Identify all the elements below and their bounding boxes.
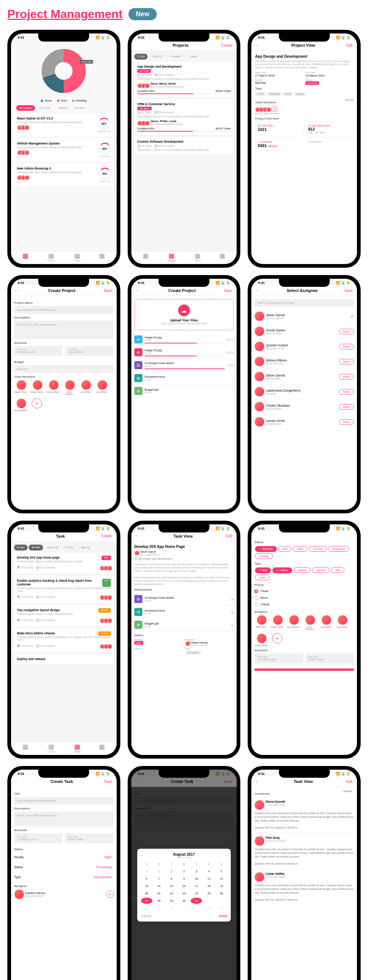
nav-item[interactable]: Tasks — [75, 254, 80, 262]
tag[interactable]: CSS3 — [283, 92, 293, 96]
calendar-day[interactable]: 3 — [191, 868, 202, 875]
back-icon[interactable]: ‹ — [256, 289, 260, 292]
project-card[interactable]: React Native UI KIT V1.0Proin eget torto… — [14, 114, 114, 137]
desc-input[interactable]: Enter some brief about project ... — [14, 811, 114, 826]
nav-action[interactable]: Create — [221, 43, 232, 48]
calendar-day[interactable]: 8 — [203, 905, 215, 911]
calendar-day[interactable]: 8 — [166, 875, 177, 882]
attachment-row[interactable]: ▤ UI-Design-Final.sketch5.5 kb ☁ — [134, 593, 234, 606]
project-card[interactable]: New Admin Boostrap 3Proin eget tortor ri… — [14, 164, 114, 186]
back-icon[interactable]: ‹ — [136, 534, 140, 538]
type-chip[interactable]: Support — [294, 567, 311, 573]
team-member[interactable]: Kai Goodwine — [46, 380, 60, 395]
filter-pill[interactable]: On Hold — [72, 105, 87, 111]
select-button[interactable]: Select — [339, 419, 354, 425]
nav-item[interactable] — [143, 254, 148, 262]
end-date-input[interactable]: End DateSelect Date — [306, 654, 354, 663]
task-card[interactable]: Make docs before releaseMedium Praesent … — [14, 628, 114, 652]
calendar-day[interactable]: 1 — [166, 868, 177, 875]
nav-item[interactable] — [23, 254, 28, 262]
nav-item[interactable]: Projects — [48, 745, 56, 753]
calendar-day[interactable]: 19 — [216, 883, 227, 889]
calendar-day[interactable]: 17 — [191, 883, 202, 889]
team-member[interactable]: Jennie Saliner — [14, 398, 27, 412]
calendar-day[interactable]: 4 — [153, 905, 165, 911]
add-assignee-button[interactable]: + — [106, 891, 114, 898]
attachment-row[interactable]: ▤ Bugget.ppt5.5 kb ☁ — [134, 619, 234, 632]
sort-pill[interactable]: ⇅ Sort — [134, 54, 148, 60]
add-member-button[interactable]: + — [271, 106, 277, 112]
calendar-day[interactable]: 9 — [216, 905, 227, 911]
nav-action[interactable]: Edit — [346, 780, 352, 784]
assignee-row[interactable]: Kondo Ieyasu@kondo.leyasu Select — [254, 324, 354, 339]
desc-input[interactable]: Enter some brief about project ... — [14, 321, 114, 339]
prev-month-icon[interactable]: ‹ — [141, 854, 142, 857]
nav-item[interactable] — [99, 254, 105, 262]
team-member[interactable]: Lela Schultz — [95, 380, 108, 395]
assignee-row[interactable]: Steve Garrett@ha.shiraishi Select — [254, 369, 354, 384]
assignee-row[interactable]: Chioke Okonkwo@chi.okonkwo Select — [254, 399, 354, 414]
type-chip[interactable]: ✓ Feature — [272, 567, 292, 573]
setting-row[interactable]: StatusProcessing › — [14, 862, 114, 872]
tag[interactable]: Bootstrap — [267, 92, 282, 96]
back-icon[interactable]: ‹ — [16, 289, 20, 292]
select-button[interactable]: Select — [339, 359, 354, 364]
see-all-link[interactable]: See All — [345, 99, 353, 105]
status-chip[interactable]: Pending — [255, 554, 273, 559]
more-icon[interactable]: ⋮ — [231, 551, 234, 555]
filter-pill[interactable]: Type (5) — [77, 545, 93, 550]
assignee-member[interactable]: Jennie Saliner — [254, 633, 268, 646]
assignee-member[interactable]: Steven Garret — [271, 615, 284, 630]
tag[interactable]: HTML — [255, 92, 266, 96]
calendar-day[interactable]: 22 — [166, 890, 177, 897]
calendar-day[interactable]: 13 — [141, 883, 152, 889]
nav-item[interactable]: Tasks — [195, 254, 200, 262]
file-row[interactable]: ▤ Bugget.ppt5.5 kb ✓ — [134, 385, 234, 398]
name-input[interactable]: App Design and Development — [14, 306, 114, 314]
calendar-day[interactable]: 3 — [141, 905, 152, 911]
back-icon[interactable]: ‹ — [136, 289, 140, 292]
calendar-day[interactable]: 6 — [141, 875, 152, 882]
calendar-day[interactable]: 15 — [166, 883, 177, 889]
calendar-day[interactable]: 26 — [216, 890, 227, 897]
nav-item[interactable] — [220, 254, 225, 262]
type-chip[interactable]: Task — [331, 567, 344, 573]
calendar-day[interactable]: 28 — [153, 897, 165, 904]
priority-radio[interactable]: Trivial — [254, 588, 354, 595]
project-item[interactable]: Custom Software Development 📋 102 Tasks💬… — [134, 137, 234, 154]
add-button[interactable]: + — [272, 633, 282, 644]
calendar-day[interactable]: 21 — [153, 890, 165, 897]
status-chip[interactable]: New — [278, 546, 292, 552]
project-card[interactable]: Vehicle Management SystemProin eget tort… — [14, 138, 114, 161]
back-icon[interactable]: ‹ — [256, 44, 260, 47]
status-chip[interactable]: Open — [293, 546, 307, 552]
calendar-day[interactable]: 7 — [153, 875, 165, 882]
setting-row[interactable]: TypeImprovement › — [14, 872, 114, 882]
select-button[interactable]: Select — [339, 329, 354, 334]
upload-area[interactable]: ☁ Upload Your Files Try to upload more f… — [134, 299, 234, 330]
task-card[interactable]: Enable analytics tracking & check bug re… — [14, 576, 114, 603]
nav-item[interactable]: Tasks — [75, 745, 80, 753]
calendar-day[interactable]: 16 — [178, 883, 190, 889]
calendar-day[interactable]: 20 — [141, 890, 152, 897]
calendar-day[interactable]: 24 — [191, 890, 202, 897]
team-member[interactable]: Naselle Twain — [14, 380, 27, 395]
calendar-day[interactable]: 31 — [153, 868, 165, 875]
select-button[interactable]: Select — [339, 389, 354, 395]
calendar-day[interactable]: 14 — [153, 883, 165, 889]
assignee-row[interactable]: Lakshmana Dongerkerry@chidilly Select — [254, 384, 354, 399]
download-icon[interactable]: ☁ — [231, 611, 234, 614]
calendar-day[interactable]: 30 — [141, 868, 152, 875]
budget-input[interactable]: $30,000 — [14, 365, 114, 373]
search-input[interactable]: Name, @username or email — [254, 299, 354, 307]
filter-pill[interactable]: Finished — [55, 105, 70, 111]
calendar-day[interactable]: 29 — [166, 897, 177, 904]
download-icon[interactable]: ☁ — [231, 598, 234, 601]
nav-item[interactable] — [23, 745, 28, 753]
calendar-day[interactable]: 11 — [203, 875, 215, 882]
nav-item[interactable]: Projects — [167, 254, 175, 262]
nav-item[interactable]: Projects — [48, 254, 56, 262]
calendar-day[interactable]: 18 — [203, 883, 215, 889]
tag[interactable]: JQuery — [294, 92, 306, 96]
calendar-day[interactable]: 7 — [191, 905, 202, 911]
